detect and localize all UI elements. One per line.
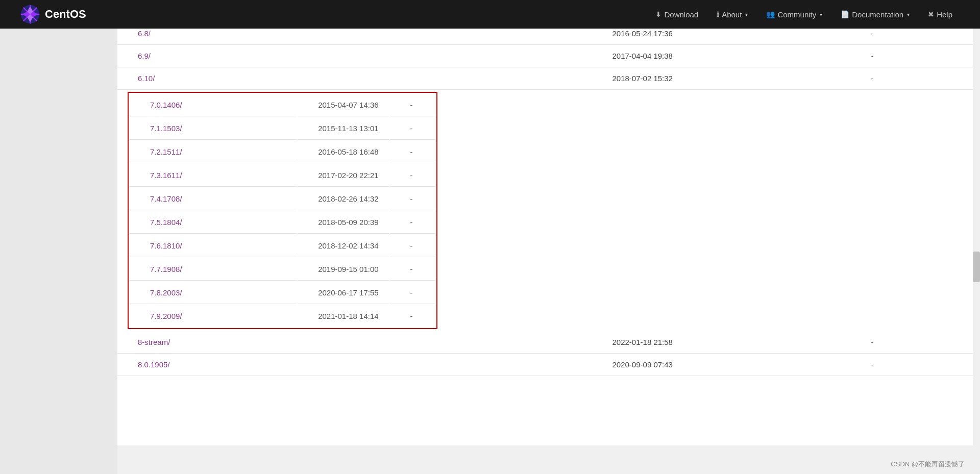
file-date-cell: 2019-09-15 01:00 bbox=[298, 258, 388, 281]
file-date-cell: 2016-05-18 16:48 bbox=[298, 141, 388, 163]
table-row: 7.1.1503/ 2015-11-13 13:01 - bbox=[130, 117, 435, 140]
file-date-cell: 2015-04-07 14:36 bbox=[298, 94, 388, 116]
file-date-cell: 2015-11-13 13:01 bbox=[298, 117, 388, 140]
file-date-cell: 2018-12-02 14:34 bbox=[298, 235, 388, 257]
file-size-cell: - bbox=[390, 141, 435, 163]
file-link[interactable]: 7.0.1406/ bbox=[150, 101, 182, 109]
file-link[interactable]: 7.3.1611/ bbox=[150, 171, 182, 180]
table-row: 7.3.1611/ 2017-02-20 22:21 - bbox=[130, 164, 435, 187]
file-size-cell: - bbox=[390, 94, 435, 116]
file-size-cell: - bbox=[851, 331, 981, 354]
documentation-icon: 📄 bbox=[841, 10, 849, 18]
file-link[interactable]: 6.8/ bbox=[138, 29, 151, 38]
file-date-cell: 2018-02-26 14:32 bbox=[298, 188, 388, 210]
nav-link-download[interactable]: ⬇ Download bbox=[648, 6, 705, 23]
file-date-cell: 2021-01-18 14:14 bbox=[298, 305, 388, 327]
community-caret: ▾ bbox=[820, 12, 822, 17]
table-row: 8-stream/ 2022-01-18 21:58 - bbox=[117, 331, 980, 354]
file-link[interactable]: 7.8.2003/ bbox=[150, 288, 182, 297]
file-size-cell: - bbox=[390, 258, 435, 281]
scrollbar-thumb[interactable] bbox=[973, 252, 980, 282]
file-link[interactable]: 7.1.1503/ bbox=[150, 124, 182, 133]
file-link[interactable]: 7.2.1511/ bbox=[150, 147, 182, 156]
table-row: 8.0.1905/ 2020-09-09 07:43 - bbox=[117, 354, 980, 376]
file-size-cell: - bbox=[390, 282, 435, 304]
file-link[interactable]: 6.9/ bbox=[138, 52, 151, 60]
nav-item-help: ✖ Help bbox=[921, 6, 960, 23]
file-name-cell: 8-stream/ bbox=[117, 331, 592, 354]
nav-item-community: 👥 Community ▾ bbox=[759, 6, 829, 23]
content-area: 6.7/ 2016-01-21 13:22 - 6.8/ 2016-05-24 … bbox=[117, 0, 980, 445]
table-row: 7.7.1908/ 2019-09-15 01:00 - bbox=[130, 258, 435, 281]
nav-item-about: ℹ About ▾ bbox=[709, 6, 755, 23]
file-name-cell: 7.0.1406/ bbox=[130, 94, 297, 116]
table-row: 6.9/ 2017-04-04 19:38 - bbox=[117, 45, 980, 67]
scrollbar[interactable] bbox=[973, 29, 980, 474]
post-highlight-table: 8-stream/ 2022-01-18 21:58 - 8.0.1905/ 2… bbox=[117, 331, 980, 376]
nav-label-help: Help bbox=[937, 10, 952, 19]
file-date-cell: 2018-05-09 20:39 bbox=[298, 211, 388, 234]
file-link[interactable]: 7.7.1908/ bbox=[150, 265, 182, 273]
nav-link-about[interactable]: ℹ About ▾ bbox=[709, 6, 755, 23]
brand-name: CentOS bbox=[45, 8, 86, 21]
file-name-cell: 7.3.1611/ bbox=[130, 164, 297, 187]
nav-label-community: Community bbox=[777, 10, 816, 19]
file-name-cell: 8.0.1905/ bbox=[117, 354, 592, 376]
file-name-cell: 7.4.1708/ bbox=[130, 188, 297, 210]
file-name-cell: 7.1.1503/ bbox=[130, 117, 297, 140]
file-name-cell: 7.8.2003/ bbox=[130, 282, 297, 304]
community-icon: 👥 bbox=[766, 10, 775, 18]
file-name-cell: 7.9.2009/ bbox=[130, 305, 297, 327]
watermark: CSDN @不能再留遗憾了 bbox=[891, 460, 965, 469]
file-link[interactable]: 7.5.1804/ bbox=[150, 218, 182, 227]
left-sidebar bbox=[0, 29, 117, 474]
file-size-cell: - bbox=[851, 45, 981, 67]
nav-link-community[interactable]: 👥 Community ▾ bbox=[759, 6, 829, 23]
documentation-caret: ▾ bbox=[907, 12, 910, 17]
file-name-cell: 7.2.1511/ bbox=[130, 141, 297, 163]
table-row: 6.10/ 2018-07-02 15:32 - bbox=[117, 67, 980, 90]
file-date-cell: 2017-02-20 22:21 bbox=[298, 164, 388, 187]
navbar: CentOS ⬇ Download ℹ About ▾ 👥 Community … bbox=[0, 0, 980, 29]
file-link[interactable]: 7.6.1810/ bbox=[150, 241, 182, 250]
about-icon: ℹ bbox=[717, 10, 719, 18]
file-size-cell: - bbox=[390, 305, 435, 327]
file-size-cell: - bbox=[851, 354, 981, 376]
file-size-cell: - bbox=[390, 188, 435, 210]
file-name-cell: 6.9/ bbox=[117, 45, 592, 67]
table-row: 7.9.2009/ 2021-01-18 14:14 - bbox=[130, 305, 435, 327]
nav-label-about: About bbox=[722, 10, 742, 19]
about-caret: ▾ bbox=[745, 12, 748, 17]
file-link[interactable]: 6.10/ bbox=[138, 74, 155, 83]
nav-link-documentation[interactable]: 📄 Documentation ▾ bbox=[834, 6, 917, 23]
file-link[interactable]: 8.0.1905/ bbox=[138, 360, 170, 369]
file-size-cell: - bbox=[851, 67, 981, 90]
file-link[interactable]: 7.4.1708/ bbox=[150, 194, 182, 203]
file-size-cell: - bbox=[390, 164, 435, 187]
file-link[interactable]: 8-stream/ bbox=[138, 338, 170, 346]
table-row: 7.0.1406/ 2015-04-07 14:36 - bbox=[130, 94, 435, 116]
file-size-cell: - bbox=[390, 117, 435, 140]
nav-label-download: Download bbox=[664, 10, 698, 19]
nav-label-documentation: Documentation bbox=[852, 10, 903, 19]
file-name-cell: 7.5.1804/ bbox=[130, 211, 297, 234]
table-row: 7.6.1810/ 2018-12-02 14:34 - bbox=[130, 235, 435, 257]
download-icon: ⬇ bbox=[655, 10, 662, 18]
table-row: 7.4.1708/ 2018-02-26 14:32 - bbox=[130, 188, 435, 210]
help-icon: ✖ bbox=[928, 10, 934, 18]
nav-link-help[interactable]: ✖ Help bbox=[921, 6, 960, 23]
file-name-cell: 7.6.1810/ bbox=[130, 235, 297, 257]
file-link[interactable]: 7.9.2009/ bbox=[150, 312, 182, 320]
table-row: 7.5.1804/ 2018-05-09 20:39 - bbox=[130, 211, 435, 234]
file-date-cell: 2022-01-18 21:58 bbox=[592, 331, 851, 354]
file-date-cell: 2020-09-09 07:43 bbox=[592, 354, 851, 376]
nav-menu: ⬇ Download ℹ About ▾ 👥 Community ▾ 📄 Doc… bbox=[648, 6, 960, 23]
file-name-cell: 7.7.1908/ bbox=[130, 258, 297, 281]
file-date-cell: 2020-06-17 17:55 bbox=[298, 282, 388, 304]
table-row: 7.2.1511/ 2016-05-18 16:48 - bbox=[130, 141, 435, 163]
brand-link[interactable]: CentOS bbox=[20, 5, 86, 24]
file-size-cell: - bbox=[390, 211, 435, 234]
file-date-cell: 2018-07-02 15:32 bbox=[592, 67, 851, 90]
nav-item-download: ⬇ Download bbox=[648, 6, 705, 23]
highlighted-table: 7.0.1406/ 2015-04-07 14:36 - 7.1.1503/ 2… bbox=[128, 92, 437, 329]
